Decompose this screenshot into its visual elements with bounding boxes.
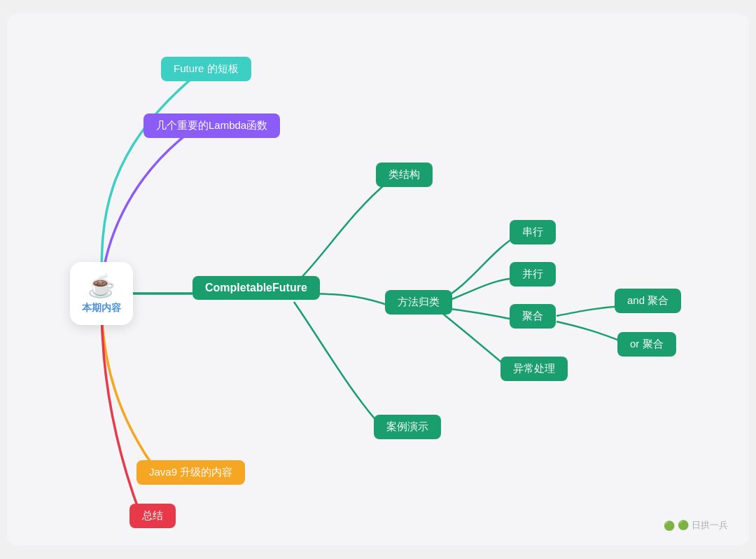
node-exception: 异常处理 bbox=[500, 357, 568, 381]
node-aggregate: 聚合 bbox=[510, 304, 556, 329]
node-future-shortcoming: Future 的短板 bbox=[161, 57, 251, 81]
node-class-structure: 类结构 bbox=[376, 163, 433, 187]
watermark-text: 🟢 日拱一兵 bbox=[678, 519, 728, 532]
root-label: 本期内容 bbox=[82, 302, 121, 315]
watermark-icon: 🟢 bbox=[664, 520, 675, 531]
node-method-category: 方法归类 bbox=[385, 290, 452, 315]
node-lambda: 几个重要的Lambda函数 bbox=[144, 113, 280, 138]
node-summary: 总结 bbox=[130, 504, 176, 528]
node-and-aggregate: and 聚合 bbox=[615, 289, 681, 313]
mind-map-container: ☕ 本期内容 Future 的短板 几个重要的Lambda函数 Completa… bbox=[7, 13, 749, 546]
watermark: 🟢 🟢 日拱一兵 bbox=[664, 519, 728, 532]
node-or-aggregate: or 聚合 bbox=[617, 332, 676, 357]
node-parallel: 并行 bbox=[510, 262, 556, 287]
node-case-demo: 案例演示 bbox=[374, 415, 441, 439]
node-completable-future: CompletableFuture bbox=[192, 276, 320, 300]
node-java9: Java9 升级的内容 bbox=[136, 460, 245, 485]
root-node: ☕ 本期内容 bbox=[70, 262, 133, 325]
node-serial: 串行 bbox=[510, 220, 556, 244]
coffee-icon: ☕ bbox=[88, 272, 115, 299]
